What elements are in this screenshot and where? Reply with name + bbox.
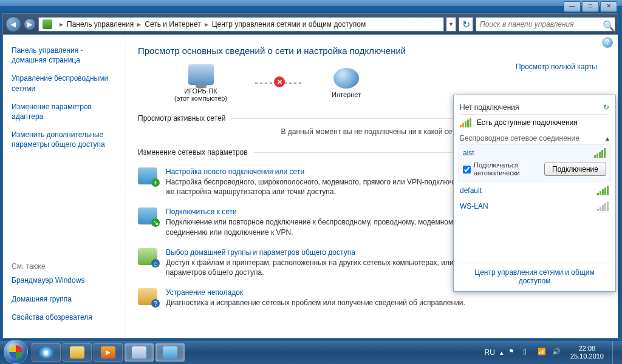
- connect-button[interactable]: Подключение: [544, 163, 606, 176]
- task-new-connection-desc: Настройка беспроводного, широкополосного…: [166, 177, 494, 197]
- tray-network-icon[interactable]: 📶: [538, 348, 547, 357]
- node-this-pc: ИГОРЬ-ПК (этот компьютер): [174, 64, 227, 102]
- refresh-button[interactable]: ↻: [459, 17, 473, 32]
- task-connect-link[interactable]: Подключиться к сети: [166, 207, 237, 216]
- active-heading: Просмотр активных сетей: [138, 114, 225, 123]
- signal-strong-icon: [594, 148, 606, 158]
- taskbar-explorer[interactable]: [63, 343, 92, 362]
- signal-weak-icon: [597, 201, 609, 211]
- seealso-heading: См. также: [12, 262, 115, 271]
- explorer-icon: [70, 346, 84, 359]
- page-title: Просмотр основных сведений о сети и наст…: [138, 46, 604, 56]
- task-connect-desc: Подключение или повторное подключение к …: [166, 217, 494, 237]
- signal-strong-icon: [597, 186, 609, 195]
- titlebar: [0, 0, 622, 6]
- sidebar: Панель управления - домашняя страница Уп…: [3, 35, 125, 338]
- wifi-flyout: Нет подключения ↻ Есть доступные подключ…: [453, 95, 616, 292]
- flyout-no-connection: Нет подключения: [460, 103, 519, 112]
- nav-back-button[interactable]: ◄: [5, 16, 21, 32]
- taskbar: RU ▴ ⚑ ▯ 📶 🔊 22:08 25.10.2010: [0, 341, 622, 364]
- auto-connect-label[interactable]: Подключаться автоматически: [463, 161, 536, 177]
- clock-date: 25.10.2010: [570, 352, 604, 360]
- sidebar-link-adapter[interactable]: Изменение параметров адаптера: [12, 102, 115, 121]
- full-map-link[interactable]: Просмотр полной карты: [516, 62, 597, 71]
- node-internet-label: Интернет: [332, 91, 361, 98]
- ie-icon: [39, 346, 53, 359]
- task-new-connection-link[interactable]: Настройка нового подключения или сети: [166, 167, 304, 176]
- tray-clock[interactable]: 22:08 25.10.2010: [570, 345, 604, 360]
- sidebar-seealso: См. также Брандмауэр Windows Домашняя гр…: [12, 262, 115, 331]
- maximize-button[interactable]: □: [582, 1, 599, 12]
- show-desktop-button[interactable]: [612, 341, 618, 364]
- app-icon: [132, 346, 146, 359]
- globe-icon: [333, 68, 359, 89]
- task-homegroup-desc: Доступ к файлам и принтерам, расположенн…: [166, 258, 494, 277]
- taskbar-mediaplayer[interactable]: [94, 343, 123, 362]
- auto-connect-checkbox[interactable]: [463, 166, 471, 174]
- crumb-2[interactable]: Сеть и Интернет: [145, 20, 200, 29]
- control-panel-icon: [163, 346, 177, 359]
- signal-warning-icon: [460, 118, 472, 127]
- flyout-available-label: Есть доступные подключения: [477, 118, 578, 127]
- search-box[interactable]: 🔍: [476, 17, 615, 32]
- window-buttons: — □ ✕: [564, 1, 617, 12]
- tray-flag-icon[interactable]: ⚑: [508, 348, 518, 357]
- crumb-3[interactable]: Центр управления сетями и общим доступом: [212, 20, 366, 29]
- crumb-dropdown-button[interactable]: ▼: [446, 17, 456, 32]
- chevron-up-icon[interactable]: ▴: [606, 134, 609, 143]
- flyout-refresh-button[interactable]: ↻: [603, 103, 609, 112]
- sidebar-link-sharing[interactable]: Изменить дополнительные параметры общего…: [12, 130, 115, 149]
- params-heading: Изменение сетевых параметров: [138, 148, 248, 157]
- minimize-button[interactable]: —: [564, 1, 581, 12]
- start-button[interactable]: [4, 340, 28, 364]
- wifi-name-wslan: WS-LAN: [460, 202, 488, 211]
- wifi-name-aist: aist: [463, 149, 474, 157]
- troubleshoot-icon: [138, 288, 157, 305]
- language-indicator[interactable]: RU: [485, 348, 495, 357]
- flyout-category: Беспроводное сетевое соединение: [460, 134, 579, 143]
- wifi-item-wslan[interactable]: WS-LAN: [460, 198, 609, 214]
- system-tray: RU ▴ ⚑ ▯ 📶 🔊 22:08 25.10.2010: [485, 341, 618, 364]
- breadcrumb[interactable]: ▸ Панель управления ▸ Сеть и Интернет ▸ …: [38, 17, 444, 32]
- task-troubleshoot-link[interactable]: Устранение неполадок: [166, 288, 243, 297]
- crumb-1[interactable]: Панель управления: [67, 20, 134, 29]
- task-troubleshoot-desc: Диагностика и исправление сетевых пробле…: [166, 298, 465, 308]
- flyout-footer-link[interactable]: Центр управления сетями и общим доступом: [474, 268, 594, 285]
- taskbar-ie[interactable]: [32, 343, 61, 362]
- control-panel-icon: [43, 19, 52, 29]
- tray-volume-icon[interactable]: 🔊: [552, 348, 562, 357]
- new-connection-icon: [138, 167, 157, 184]
- broken-link-icon: [255, 83, 304, 84]
- seealso-internet-options[interactable]: Свойства обозревателя: [12, 312, 115, 322]
- wifi-item-selected[interactable]: aist Подключаться автоматически Подключе…: [459, 144, 610, 181]
- seealso-firewall[interactable]: Брандмауэр Windows: [12, 275, 115, 285]
- taskbar-app-1[interactable]: [125, 343, 154, 362]
- task-homegroup-link[interactable]: Выбор домашней группы и параметров общег…: [166, 248, 355, 257]
- sidebar-link-wireless[interactable]: Управление беспроводными сетями: [12, 73, 115, 93]
- tray-chevron-icon[interactable]: ▴: [500, 349, 504, 357]
- mediaplayer-icon: [101, 346, 115, 359]
- node-pc-sublabel: (этот компьютер): [174, 95, 227, 102]
- wifi-item-default[interactable]: default: [460, 183, 609, 198]
- wifi-name-default: default: [460, 186, 482, 195]
- taskbar-app-2[interactable]: [156, 343, 185, 362]
- nav-forward-button[interactable]: ►: [24, 18, 36, 30]
- address-bar: ◄ ► ▸ Панель управления ▸ Сеть и Интерне…: [3, 14, 618, 35]
- search-input[interactable]: [480, 20, 603, 29]
- clock-time: 22:08: [570, 345, 604, 352]
- close-button[interactable]: ✕: [600, 1, 617, 12]
- homegroup-icon: [138, 248, 157, 265]
- search-icon: 🔍: [603, 20, 611, 29]
- connect-icon: [138, 207, 157, 224]
- seealso-homegroup[interactable]: Домашняя группа: [12, 294, 115, 304]
- node-internet: Интернет: [332, 68, 361, 98]
- tray-battery-icon[interactable]: ▯: [523, 348, 533, 357]
- sidebar-home[interactable]: Панель управления - домашняя страница: [12, 46, 115, 65]
- node-pc-label: ИГОРЬ-ПК: [174, 87, 227, 95]
- computer-icon: [188, 64, 214, 85]
